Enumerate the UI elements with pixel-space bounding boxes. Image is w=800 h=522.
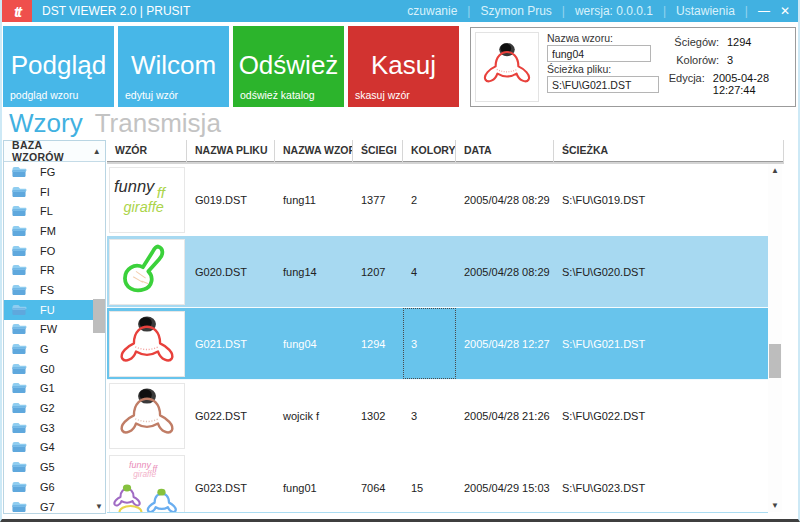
edited-label: Edycja: (663, 72, 705, 96)
tab-1[interactable]: Transmisja (95, 108, 221, 139)
toolbar-button-3[interactable]: Kasuj skasuj wzór (348, 26, 459, 107)
sidebar-item-10[interactable]: G0 (4, 359, 105, 379)
row-date-cell: 2005/04/28 08:29 (456, 164, 554, 235)
row-thumbnail-cell (107, 308, 187, 379)
row-stitches-cell: 1207 (353, 236, 403, 307)
colors-value: 3 (727, 54, 733, 66)
sidebar-scrollbar-thumb[interactable] (93, 299, 105, 333)
sidebar-item-1[interactable]: FI (4, 182, 105, 202)
sidebar-item-12[interactable]: G2 (4, 398, 105, 418)
row-date-cell: 2005/04/28 21:26 (456, 380, 554, 451)
sidebar-item-7[interactable]: FU (4, 300, 105, 320)
pattern-thumbnail-image (111, 385, 183, 447)
row-stitches-cell: 1294 (353, 308, 403, 379)
toolbar-button-2[interactable]: Odśwież odśwież katalog (233, 26, 344, 107)
row-path-cell: S:\FU\G021.DST (554, 308, 768, 379)
pattern-thumbnail (109, 383, 185, 449)
close-icon[interactable]: ✕ (780, 4, 790, 18)
scroll-up-icon[interactable]: ▲ (768, 166, 782, 175)
table-row-1[interactable]: G020.DST fung14 1207 4 2005/04/28 08:29 … (107, 236, 768, 308)
sidebar-item-0[interactable]: FG (4, 162, 105, 182)
sidebar-item-15[interactable]: G5 (4, 457, 105, 477)
toolbar: Podgląd podgląd wzoru Wilcom edytuj wzór… (3, 26, 463, 107)
sidebar-item-6[interactable]: FS (4, 280, 105, 300)
column-header-2[interactable]: NAZWA WZORU (275, 140, 353, 162)
column-header-6[interactable]: ŚCIEŻKA (554, 140, 784, 162)
table-scrollbar[interactable]: ▲ ▼ (768, 164, 782, 512)
sidebar-item-label: G (40, 343, 49, 355)
titlebar-divider: | (467, 4, 470, 18)
pattern-name-input[interactable] (547, 45, 651, 62)
sort-asc-icon[interactable]: ▲ (93, 147, 101, 156)
row-date-cell: 2005/04/29 15:03 (456, 452, 554, 513)
folder-icon (11, 304, 27, 316)
column-header-1[interactable]: NAZWA PLIKU (187, 140, 275, 162)
row-path-cell: S:\FU\G023.DST (554, 452, 768, 513)
table-scrollbar-thumb[interactable] (769, 344, 781, 378)
sidebar-list: FG FI FL FM FO (4, 162, 105, 514)
status-label: czuwanie (407, 4, 457, 18)
sidebar-item-17[interactable]: G7 (4, 497, 105, 514)
folder-icon (11, 402, 27, 414)
table-header: WZÓR NAZWA PLIKU NAZWA WZORU ŚCIEGI KOLO… (107, 140, 784, 162)
folder-icon (11, 264, 27, 276)
sidebar-item-16[interactable]: G6 (4, 477, 105, 497)
folder-icon (11, 284, 27, 296)
sidebar-header-label: BAZA WZORÓW (12, 140, 93, 163)
row-colors-cell: 2 (403, 164, 456, 235)
column-header-3[interactable]: ŚCIEGI (353, 140, 403, 162)
toolbar-button-0[interactable]: Podgląd podgląd wzoru (3, 26, 114, 107)
table-row-4[interactable]: G023.DST fung01 7064 15 2005/04/29 15:03… (107, 452, 768, 513)
titlebar-right: czuwanie | Szymon Prus | wersja: 0.0.0.1… (407, 0, 790, 22)
table-row-0[interactable]: G019.DST fung11 1377 2 2005/04/28 08:29 … (107, 164, 768, 236)
sidebar-item-label: FL (40, 205, 53, 217)
file-path-input[interactable] (547, 76, 659, 93)
scroll-down-icon[interactable]: ▼ (768, 501, 782, 510)
toolbar-button-1[interactable]: Wilcom edytuj wzór (118, 26, 229, 107)
file-path-label: Ścieżka pliku: (547, 63, 657, 75)
sidebar-item-3[interactable]: FM (4, 221, 105, 241)
column-header-5[interactable]: DATA (456, 140, 554, 162)
sidebar-item-13[interactable]: G3 (4, 418, 105, 438)
table-row-3[interactable]: G022.DST wojcik f 1302 3 2005/04/28 21:2… (107, 380, 768, 452)
pattern-thumbnail-image (111, 313, 183, 375)
colors-label: Kolorów: (663, 54, 719, 66)
settings-button[interactable]: Ustawienia (676, 4, 735, 18)
titlebar-divider: | (663, 4, 666, 18)
sidebar-item-label: FI (40, 186, 50, 198)
pattern-name-label: Nazwa wzoru: (547, 32, 657, 44)
sidebar-header[interactable]: BAZA WZORÓW ▲ (4, 141, 105, 162)
preview-fields: Nazwa wzoru: Ścieżka pliku: (541, 28, 661, 106)
version-label: wersja: 0.0.0.1 (575, 4, 653, 18)
sidebar-item-9[interactable]: G (4, 339, 105, 359)
folder-icon (11, 323, 27, 335)
stitches-label: Ściegów: (663, 36, 719, 48)
pattern-thumbnail (109, 239, 185, 305)
pattern-thumbnail-image (111, 169, 183, 231)
sidebar-item-8[interactable]: FW (4, 320, 105, 340)
sidebar-item-4[interactable]: FO (4, 241, 105, 261)
row-thumbnail-cell (107, 452, 187, 513)
folder-icon (11, 481, 27, 493)
column-header-4[interactable]: KOLORY (403, 140, 456, 162)
sidebar-item-label: FW (40, 323, 57, 335)
tab-0[interactable]: Wzory (9, 108, 83, 139)
pattern-thumbnail-image (111, 457, 183, 514)
sidebar-item-2[interactable]: FL (4, 201, 105, 221)
toolbar-button-subtitle: skasuj wzór (355, 89, 410, 101)
sidebar-item-14[interactable]: G4 (4, 438, 105, 458)
table-row-2[interactable]: G021.DST fung04 1294 3 2005/04/28 12:27 … (107, 308, 768, 380)
sidebar-item-5[interactable]: FR (4, 260, 105, 280)
sidebar-item-11[interactable]: G1 (4, 379, 105, 399)
folder-icon (11, 461, 27, 473)
row-path-cell: S:\FU\G020.DST (554, 236, 768, 307)
row-file-cell: G019.DST (187, 164, 275, 235)
folder-icon (11, 501, 27, 513)
minimize-icon[interactable]: — (758, 4, 770, 18)
column-header-0[interactable]: WZÓR (107, 140, 187, 162)
titlebar: tt DST VIEWER 2.0 | PRUSIT czuwanie | Sz… (2, 0, 798, 22)
sidebar-scroll-down-icon[interactable]: ▼ (95, 502, 103, 511)
sidebar-item-label: FR (40, 264, 55, 276)
folder-icon (11, 186, 27, 198)
row-file-cell: G020.DST (187, 236, 275, 307)
